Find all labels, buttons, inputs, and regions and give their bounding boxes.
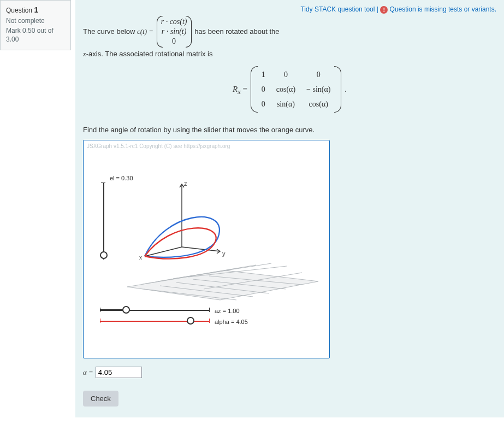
m12: 0	[271, 67, 301, 82]
x-axis-label: x	[139, 253, 142, 263]
stem-text-1: The curve below	[83, 27, 137, 36]
m32: sin(α)	[271, 97, 301, 111]
vec-row-1: r · cos(t)	[161, 17, 187, 27]
question-body: Tidy STACK question tool | ! Question is…	[75, 0, 504, 417]
vec-row-2: r · sin(t)	[161, 27, 187, 37]
az-tick-end	[209, 308, 210, 312]
m31: 0	[256, 97, 271, 111]
alpha-symbol: α =	[83, 366, 93, 379]
matrix-R: R	[233, 85, 238, 93]
question-status: Not complete	[6, 17, 65, 26]
jsxgraph-box[interactable]: JSXGraph v1.5.1-rc1 Copyright (C) see ht…	[83, 140, 330, 358]
top-links: Tidy STACK question tool | ! Question is…	[83, 5, 496, 14]
az-value-label: az = 1.00	[215, 306, 240, 317]
matrix-eq: =	[241, 85, 250, 93]
alpha-slider-handle[interactable]	[187, 317, 194, 325]
red-curve	[145, 228, 216, 258]
ct-equals: c(t) =	[137, 27, 153, 36]
stem-text-1b: has been rotated about the	[194, 27, 279, 36]
warning-icon: !	[380, 6, 388, 14]
tidy-link[interactable]: Tidy STACK question tool	[300, 5, 375, 13]
alpha-input[interactable]	[96, 367, 142, 378]
az-slider-handle[interactable]	[122, 306, 130, 314]
check-button[interactable]: Check	[83, 391, 118, 407]
m21: 0	[256, 82, 271, 97]
answer-row: α =	[83, 366, 496, 379]
m22: cos(α)	[271, 82, 301, 97]
y-axis-label: y	[222, 249, 226, 260]
m11: 1	[256, 67, 271, 82]
question-title: Question 1	[6, 5, 65, 15]
m33: cos(α)	[301, 97, 336, 111]
missing-tests-link[interactable]: Question is missing tests or variants.	[390, 5, 496, 13]
question-mark: Mark 0.50 out of 3.00	[6, 27, 65, 44]
z-axis-label: z	[184, 179, 187, 190]
alpha-value-label: alpha = 4.05	[215, 317, 248, 328]
svg-line-12	[182, 247, 220, 251]
ground-grid	[127, 263, 318, 300]
question-number: 1	[34, 5, 38, 14]
alpha-tick-start	[100, 319, 100, 323]
question-meta-box: Question 1 Not complete Mark 0.50 out of…	[0, 0, 71, 50]
link-separator: |	[375, 5, 380, 13]
az-tick-start	[100, 308, 100, 312]
m13: 0	[301, 67, 336, 82]
curve-vector: r · cos(t) r · sin(t) 0	[157, 16, 192, 48]
instruction-text: Find the angle of rotation by using the …	[83, 123, 496, 136]
matrix-table: 1 0 0 0 cos(α) − sin(α) 0 sin(α) cos	[256, 67, 336, 112]
scene-svg	[84, 140, 330, 358]
question-stem: The curve below c(t) = r · cos(t) r · si…	[83, 16, 496, 407]
alpha-tick-end	[209, 319, 210, 323]
question-label: Question	[6, 7, 32, 14]
stem-text-2: xx-axis. The associated rotational matri…	[83, 48, 496, 60]
vec-row-3: 0	[161, 37, 187, 46]
matrix-brackets: 1 0 0 0 cos(α) − sin(α) 0 sin(α) cos	[251, 66, 342, 113]
svg-line-13	[145, 247, 182, 256]
rotation-matrix: Rx = 1 0 0 0 cos(α) − sin(α)	[83, 66, 496, 113]
m23: − sin(α)	[301, 82, 336, 97]
matrix-dot: .	[342, 85, 347, 93]
